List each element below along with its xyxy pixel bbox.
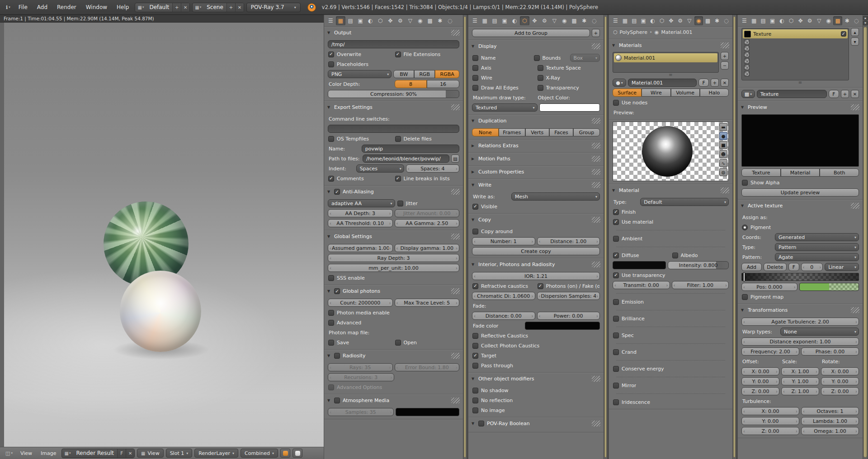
tab-particles[interactable]: ✱ <box>435 16 445 25</box>
increment-arrow-icon[interactable]: › <box>531 239 534 244</box>
image-menu[interactable]: Image <box>38 450 59 456</box>
colorband-color-swatch[interactable] <box>799 283 859 291</box>
tab-object[interactable]: ⬡ <box>520 16 529 25</box>
scene-name[interactable]: Scene <box>203 4 226 10</box>
add-material-slot-button[interactable]: + <box>721 52 729 60</box>
material-name-field[interactable]: Material.001 <box>628 79 697 87</box>
pigment-map-checkbox[interactable]: Pigment map <box>741 293 800 301</box>
increment-arrow-icon[interactable]: › <box>855 389 858 394</box>
export-path-field[interactable]: /home/leonid/blender/povwip/ <box>363 155 449 163</box>
preview-type-hair-button[interactable]: ∿ <box>719 159 727 167</box>
scrollbar-thumb[interactable] <box>464 16 466 458</box>
menu-window[interactable]: Window <box>82 4 111 10</box>
tab-texture[interactable]: ▩ <box>425 16 435 25</box>
none-dropdown[interactable]: None▾ <box>780 328 859 336</box>
tab-render-layers[interactable]: ▤ <box>346 16 355 25</box>
group-button[interactable]: Group <box>573 128 600 136</box>
panel-header[interactable]: ▼✓Global photons <box>324 286 463 297</box>
increment-arrow-icon[interactable]: › <box>455 365 458 370</box>
increment-arrow-icon[interactable]: › <box>795 409 798 414</box>
new-group-button[interactable]: + <box>592 29 600 37</box>
panel-drag-grip[interactable] <box>451 353 460 359</box>
add-button[interactable]: Add <box>741 263 762 271</box>
expanded-arrow-icon[interactable]: ▼ <box>612 188 616 192</box>
tab-modifiers[interactable]: ⚙ <box>540 16 549 25</box>
tab-physics[interactable]: ◌ <box>852 16 861 25</box>
y-field[interactable]: ‹Y: 0.00› <box>821 377 859 385</box>
omega-field[interactable]: ‹Omega: 1.00› <box>801 427 859 435</box>
axis-checkbox[interactable]: Axis <box>472 64 535 72</box>
y-field[interactable]: ‹Y: 0.00› <box>741 417 799 425</box>
breadcrumb-material[interactable]: Material.001 <box>661 29 692 35</box>
increment-arrow-icon[interactable]: › <box>855 419 858 424</box>
add-scene-button[interactable]: + <box>226 3 235 12</box>
tab-physics[interactable]: ◌ <box>722 16 731 25</box>
colorband-index-field[interactable]: ‹0› <box>801 263 823 271</box>
scrollbar-thumb[interactable] <box>604 16 607 458</box>
browse-material-dropdown[interactable]: ●▾ <box>613 79 626 87</box>
info-editor-type-icon[interactable]: ℹ▾ <box>4 5 13 10</box>
panel-header[interactable]: ▼POV-Ray Boolean <box>468 418 604 429</box>
expanded-arrow-icon[interactable]: ▼ <box>612 43 616 47</box>
ray-depth-field[interactable]: ‹Ray Depth: 3› <box>328 254 459 262</box>
comments-checkbox[interactable]: ✓Comments <box>328 174 393 183</box>
wire-tab[interactable]: Wire <box>642 89 670 97</box>
tab-particles[interactable]: ✱ <box>712 16 721 25</box>
panel-drag-grip[interactable] <box>721 42 729 48</box>
preview-type-cube-button[interactable]: ■ <box>719 141 727 149</box>
dispersion-samples-field[interactable]: ‹Dispersion Samples: 4› <box>537 292 600 300</box>
frames-button[interactable]: Frames <box>499 128 525 136</box>
albedo-checkbox[interactable]: Albedo <box>672 251 729 259</box>
preview-type-world-button[interactable]: ◍ <box>719 168 727 176</box>
mirror-checkbox[interactable]: Mirror <box>613 381 729 389</box>
panel-header[interactable]: ▼Active texture <box>738 200 863 211</box>
octaves-field[interactable]: ‹Octaves: 1› <box>801 407 859 415</box>
tab-render[interactable]: ▦ <box>336 16 345 25</box>
tab-render-layers[interactable]: ▤ <box>490 16 500 25</box>
increment-arrow-icon[interactable]: › <box>795 349 798 354</box>
expanded-arrow-icon[interactable]: ▼ <box>327 289 331 293</box>
panel-drag-grip[interactable] <box>851 307 859 313</box>
panel-drag-grip[interactable] <box>592 156 600 162</box>
render-pass-dropdown[interactable]: Combined ▾ <box>241 449 278 458</box>
panel-drag-grip[interactable] <box>451 104 460 110</box>
none-button[interactable]: None <box>472 128 499 136</box>
scrollbar-texture-column[interactable]: ▴ ▾ <box>863 15 868 459</box>
expanded-arrow-icon[interactable]: ▼ <box>327 354 331 358</box>
material-tab[interactable]: Material <box>781 169 820 177</box>
collect-photon-caustics-checkbox[interactable]: Collect Photon Caustics <box>472 342 600 350</box>
scrollbar-thumb[interactable] <box>863 27 867 458</box>
surface-tab[interactable]: Surface <box>613 89 642 97</box>
expanded-arrow-icon[interactable]: ▼ <box>327 31 331 35</box>
photon-media-enable-checkbox[interactable]: Photon media enable <box>328 309 459 317</box>
tab-scene[interactable]: ▣ <box>356 16 365 25</box>
pov-ray-boolean-enable-checkbox[interactable] <box>478 421 484 426</box>
object-color-swatch[interactable] <box>539 103 600 112</box>
8-button[interactable]: 8 <box>395 80 427 88</box>
increment-arrow-icon[interactable]: › <box>775 379 778 384</box>
file-format-dropdown[interactable]: PNG▾ <box>328 70 392 78</box>
texture-space-checkbox[interactable]: Texture Space <box>537 64 600 72</box>
tab-object[interactable]: ⬡ <box>376 16 385 25</box>
increment-arrow-icon[interactable]: › <box>666 283 669 288</box>
increment-arrow-icon[interactable]: › <box>531 314 534 318</box>
file-extensions-checkbox[interactable]: ✓File Extensions <box>395 50 460 58</box>
unlink-material-button[interactable]: ✕ <box>721 79 729 87</box>
view-menu[interactable]: View <box>17 450 35 456</box>
preview-type-flat-button[interactable]: ▬ <box>719 123 727 131</box>
texture-tab[interactable]: Texture <box>741 169 781 177</box>
expanded-arrow-icon[interactable]: ▼ <box>472 218 476 222</box>
empty-texture-slot[interactable] <box>743 45 848 51</box>
empty-texture-slot[interactable] <box>743 64 848 70</box>
transparency-checkbox[interactable]: Transparency <box>537 84 600 92</box>
mm-per-unit-field[interactable]: ‹mm_per_unit: 10.00› <box>328 264 459 272</box>
panel-drag-grip[interactable] <box>592 421 600 426</box>
overwrite-checkbox[interactable]: ✓Overwrite <box>328 50 393 58</box>
filter-field[interactable]: ‹Filter: 1.00› <box>672 281 729 289</box>
tab-material[interactable]: ◉ <box>824 16 833 25</box>
jitter-checkbox[interactable]: Jitter <box>397 199 460 207</box>
samples-field[interactable]: ‹Samples: 35› <box>328 408 394 416</box>
os-tempfiles-checkbox[interactable]: OS Tempfiles <box>328 135 393 143</box>
preview-type-sphere-button[interactable]: ● <box>719 132 727 140</box>
panel-drag-grip[interactable] <box>451 398 460 403</box>
